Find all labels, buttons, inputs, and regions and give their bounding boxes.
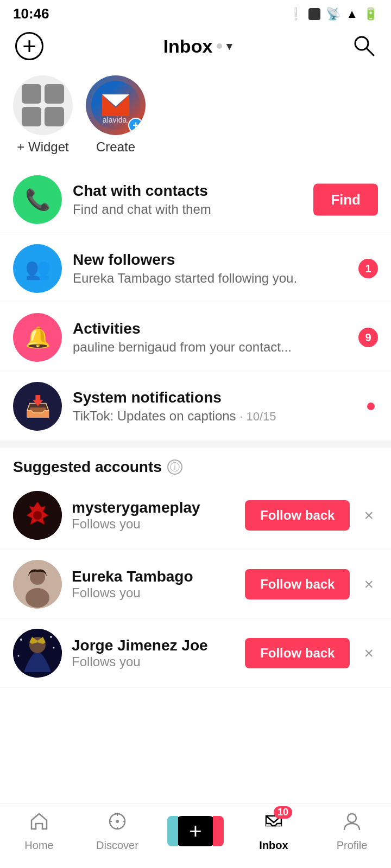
svg-point-17 [116,820,119,823]
section-divider [0,441,391,448]
search-icon [352,51,376,59]
close-jorge[interactable]: × [360,642,378,665]
add-button[interactable]: + [13,30,46,62]
status-bar: 10:46 ❕ 📡 ▲ 🔋 [0,0,391,25]
activities-icon-bg: 🔔 [13,313,62,362]
add-plus-icon: + [189,819,201,844]
grid-cell-1 [22,84,41,104]
system-dot [367,403,375,410]
wifi-icon: ▲ [346,7,358,21]
grid-cell-3 [22,107,41,126]
status-icons: ❕ 📡 ▲ 🔋 [288,7,378,21]
svg-point-15 [18,655,20,657]
nav-item-inbox[interactable]: 10 Inbox [247,810,301,852]
bottom-nav: Home Discover + 10 [0,803,391,868]
activities-badge: 9 [358,328,378,347]
notif-title-activities: Activities [73,320,378,337]
people-icon: 👥 [25,257,51,280]
svg-point-6 [33,511,42,520]
suggested-accounts-section: Suggested accounts ⓘ mysterygameplay Fol… [0,448,391,688]
nav-item-add[interactable]: + [168,816,223,846]
avatar-jorge [13,629,62,678]
widget-grid [18,81,67,130]
widget-label: + Widget [17,139,68,155]
widget-item[interactable]: + Widget [13,75,73,155]
discover-icon [106,810,128,837]
nav-title: Inbox ▾ [163,36,232,57]
profile-icon [341,810,363,837]
followers-icon-bg: 👥 [13,244,62,293]
plus-circle-icon: + [15,32,43,60]
follow-back-mystery[interactable]: Follow back [245,500,350,531]
notif-content-followers: New followers Eureka Tambago started fol… [73,251,378,286]
grid-cell-2 [45,84,64,104]
avatar-eureka [13,560,62,609]
svg-rect-4 [102,94,129,95]
notif-content-activities: Activities pauline bernigaud from your c… [73,320,378,355]
avatar-mystery [13,491,62,540]
dropdown-arrow-icon: ▾ [226,40,232,53]
notif-item-activities[interactable]: 🔔 Activities pauline bernigaud from your… [0,303,391,372]
create-avatar: + alavida. [86,75,146,135]
suggested-header: Suggested accounts ⓘ [0,448,391,481]
home-icon [28,810,50,837]
account-name-jorge: Jorge Jimenez Joe [72,637,235,654]
notification-list: 📞 Chat with contacts Find and chat with … [0,165,391,441]
follow-back-eureka[interactable]: Follow back [245,569,350,599]
search-button[interactable] [350,31,378,61]
add-content-button[interactable]: + [174,816,217,846]
suggested-title: Suggested accounts [13,458,162,476]
close-mystery[interactable]: × [360,504,378,527]
nav-item-profile[interactable]: Profile [325,810,379,852]
follow-back-jorge[interactable]: Follow back [245,638,350,668]
close-eureka[interactable]: × [360,573,378,596]
notif-item-chat[interactable]: 📞 Chat with contacts Find and chat with … [0,165,391,234]
inbox-badge-wrap: 10 [263,810,285,837]
grid-cell-4 [45,107,64,126]
find-button[interactable]: Find [313,184,378,216]
svg-point-9 [26,588,49,608]
discover-label: Discover [96,839,138,852]
create-label: Create [96,139,135,155]
profile-label: Profile [337,839,368,852]
info-icon[interactable]: ⓘ [167,459,182,475]
notif-item-followers[interactable]: 👥 New followers Eureka Tambago started f… [0,234,391,303]
svg-point-12 [20,639,22,641]
account-info-jorge: Jorge Jimenez Joe Follows you [72,637,235,669]
notif-sub-system: TikTok: Updates on captions · 10/15 [73,409,378,424]
account-sub-jorge: Follows you [72,654,235,669]
top-nav: + Inbox ▾ [0,25,391,70]
home-label: Home [24,839,53,852]
widget-row: + Widget + alavida. Create [0,70,391,165]
status-dot [217,43,222,49]
inbox-badge: 10 [274,806,292,819]
notif-sub-followers: Eureka Tambago started following you. [73,271,378,286]
widget-box [13,75,73,135]
account-info-mystery: mysterygameplay Follows you [72,499,235,532]
create-name-overlay: alavida. [86,116,146,124]
alert-icon: ❕ [288,7,303,21]
followers-badge: 1 [358,259,378,278]
account-name-mystery: mysterygameplay [72,499,235,516]
nav-item-home[interactable]: Home [12,810,66,852]
cast-icon: 📡 [326,7,340,21]
create-item[interactable]: + alavida. Create [86,75,146,155]
notif-item-system[interactable]: 📥 System notifications TikTok: Updates o… [0,372,391,441]
account-name-eureka: Eureka Tambago [72,568,235,585]
notif-content-system: System notifications TikTok: Updates on … [73,389,378,424]
notif-title-system: System notifications [73,389,378,406]
account-info-eureka: Eureka Tambago Follows you [72,568,235,601]
system-icon-bg: 📥 [13,382,62,431]
status-time: 10:46 [13,5,49,22]
account-sub-mystery: Follows you [72,516,235,532]
notif-sub-activities: pauline bernigaud from your contact... [73,340,378,355]
account-item-eureka: Eureka Tambago Follows you Follow back × [0,550,391,619]
inbox-title: Inbox [163,36,213,57]
notif-title-followers: New followers [73,251,378,269]
account-sub-eureka: Follows you [72,585,235,601]
svg-point-19 [348,814,356,822]
phone-icon: 📞 [25,188,51,212]
bell-icon: 🔔 [25,326,51,349]
nav-item-discover[interactable]: Discover [90,810,144,852]
inbox-label: Inbox [259,839,288,852]
